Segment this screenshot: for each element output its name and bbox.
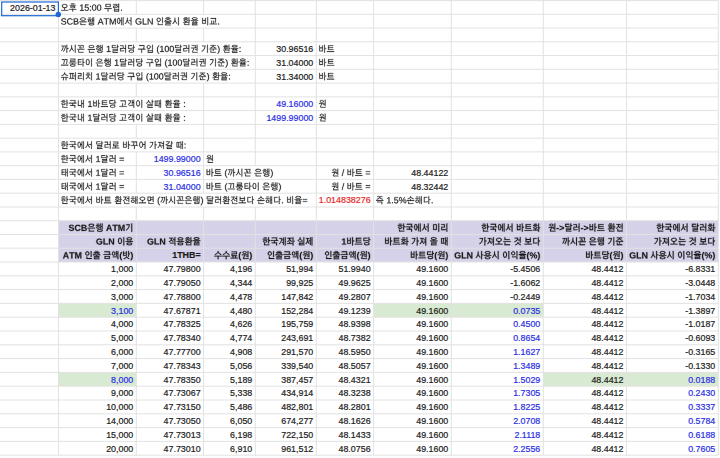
svg-text:47.78325: 47.78325 (164, 319, 201, 329)
svg-text:0.5784: 0.5784 (688, 416, 715, 426)
svg-text:47.73067: 47.73067 (164, 388, 201, 398)
svg-text:47.78800: 47.78800 (164, 292, 201, 302)
svg-text:-0.1330: -0.1330 (685, 361, 715, 371)
svg-text:0.2430: 0.2430 (688, 388, 715, 398)
svg-text:48.5057: 48.5057 (339, 361, 371, 371)
svg-text:-5.4506: -5.4506 (510, 264, 540, 274)
svg-text:47.73150: 47.73150 (164, 402, 201, 412)
svg-text:48.4412: 48.4412 (591, 319, 623, 329)
svg-text:5,056: 5,056 (230, 361, 252, 371)
svg-text:49.1600: 49.1600 (416, 361, 448, 371)
svg-text:2026-01-13: 2026-01-13 (10, 3, 55, 13)
svg-text:20,000: 20,000 (106, 444, 133, 454)
svg-text:152,284: 152,284 (281, 306, 313, 316)
svg-text:4,196: 4,196 (230, 264, 252, 274)
svg-text:49.1600: 49.1600 (416, 333, 448, 343)
svg-text:48.9398: 48.9398 (339, 319, 371, 329)
svg-text:0.3337: 0.3337 (688, 402, 715, 412)
svg-text:3,100: 3,100 (111, 306, 133, 316)
svg-text:48.32442: 48.32442 (411, 182, 448, 192)
svg-text:1499.99000: 1499.99000 (154, 154, 201, 164)
svg-text:961,512: 961,512 (281, 444, 313, 454)
svg-text:3,000: 3,000 (111, 292, 133, 302)
svg-text:4,908: 4,908 (230, 347, 252, 357)
svg-text:434,914: 434,914 (281, 388, 313, 398)
svg-text:1.5029: 1.5029 (513, 375, 540, 385)
svg-text:49.2807: 49.2807 (339, 292, 371, 302)
svg-text:49.1600: 49.1600 (416, 444, 448, 454)
svg-text:482,801: 482,801 (281, 402, 313, 412)
svg-text:47.73050: 47.73050 (164, 416, 201, 426)
svg-text:0.6188: 0.6188 (688, 430, 715, 440)
svg-text:48.2801: 48.2801 (339, 402, 371, 412)
svg-text:0.4500: 0.4500 (513, 319, 540, 329)
svg-text:1,000: 1,000 (111, 264, 133, 274)
svg-text:48.4412: 48.4412 (591, 416, 623, 426)
svg-text:0.7605: 0.7605 (688, 444, 715, 454)
svg-text:-0.6093: -0.6093 (685, 333, 715, 343)
svg-text:48.5950: 48.5950 (339, 347, 371, 357)
svg-text:48.4412: 48.4412 (591, 292, 623, 302)
svg-text:4,344: 4,344 (230, 278, 252, 288)
svg-text:4,000: 4,000 (111, 319, 133, 329)
svg-text:47.73010: 47.73010 (164, 444, 201, 454)
svg-text:48.4412: 48.4412 (591, 430, 623, 440)
svg-text:0.0735: 0.0735 (513, 306, 540, 316)
svg-text:722,150: 722,150 (281, 430, 313, 440)
svg-text:48.4412: 48.4412 (591, 388, 623, 398)
svg-text:1.1627: 1.1627 (513, 347, 540, 357)
svg-text:-0.3165: -0.3165 (685, 347, 715, 357)
svg-text:49.1600: 49.1600 (416, 292, 448, 302)
svg-text:1.3489: 1.3489 (513, 361, 540, 371)
svg-text:47.67871: 47.67871 (164, 306, 201, 316)
svg-text:49.1600: 49.1600 (416, 319, 448, 329)
svg-text:47.78350: 47.78350 (164, 375, 201, 385)
svg-text:-1.3897: -1.3897 (685, 306, 715, 316)
svg-text:31.04000: 31.04000 (276, 58, 313, 68)
svg-text:4,480: 4,480 (230, 306, 252, 316)
svg-text:-1.7034: -1.7034 (685, 292, 715, 302)
svg-text:8,000: 8,000 (111, 375, 133, 385)
svg-text:-6.8331: -6.8331 (685, 264, 715, 274)
svg-text:48.4412: 48.4412 (591, 306, 623, 316)
svg-text:6,050: 6,050 (230, 416, 252, 426)
svg-text:99,925: 99,925 (286, 278, 313, 288)
svg-text:47.73013: 47.73013 (164, 430, 201, 440)
svg-text:49.1600: 49.1600 (416, 306, 448, 316)
svg-text:30.96516: 30.96516 (164, 168, 201, 178)
svg-text:6,198: 6,198 (230, 430, 252, 440)
svg-text:48.1433: 48.1433 (339, 430, 371, 440)
svg-text:47.78343: 47.78343 (164, 361, 201, 371)
svg-text:4,626: 4,626 (230, 319, 252, 329)
svg-text:4,478: 4,478 (230, 292, 252, 302)
svg-text:243,691: 243,691 (281, 333, 313, 343)
svg-text:195,759: 195,759 (281, 319, 313, 329)
svg-text:48.7382: 48.7382 (339, 333, 371, 343)
svg-text:49.1600: 49.1600 (416, 375, 448, 385)
svg-text:2,000: 2,000 (111, 278, 133, 288)
svg-text:1.7305: 1.7305 (513, 388, 540, 398)
svg-text:47.77700: 47.77700 (164, 347, 201, 357)
svg-text:5,338: 5,338 (230, 388, 252, 398)
svg-text:48.4412: 48.4412 (591, 375, 623, 385)
svg-text:48.4412: 48.4412 (591, 361, 623, 371)
svg-text:51,994: 51,994 (286, 264, 313, 274)
svg-text:1.8225: 1.8225 (513, 402, 540, 412)
svg-text:48.44122: 48.44122 (411, 168, 448, 178)
svg-text:48.4321: 48.4321 (339, 375, 371, 385)
svg-text:339,540: 339,540 (281, 361, 313, 371)
svg-text:48.4412: 48.4412 (591, 264, 623, 274)
svg-text:5,486: 5,486 (230, 402, 252, 412)
svg-text:51.9940: 51.9940 (339, 264, 371, 274)
svg-text:31.34000: 31.34000 (276, 72, 313, 82)
svg-text:49.16000: 49.16000 (276, 99, 313, 109)
svg-text:-3.0448: -3.0448 (685, 278, 715, 288)
svg-text:48.0756: 48.0756 (339, 444, 371, 454)
svg-text:6,000: 6,000 (111, 347, 133, 357)
svg-text:-0.2449: -0.2449 (510, 292, 540, 302)
svg-text:387,457: 387,457 (281, 375, 313, 385)
svg-text:48.4412: 48.4412 (591, 333, 623, 343)
svg-text:49.1600: 49.1600 (416, 388, 448, 398)
svg-text:2.2556: 2.2556 (513, 444, 540, 454)
svg-text:6,910: 6,910 (230, 444, 252, 454)
